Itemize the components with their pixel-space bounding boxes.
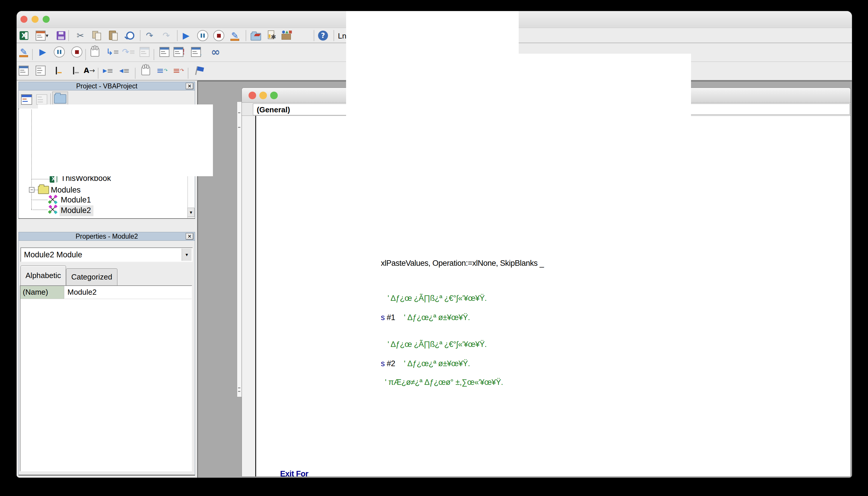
tree-item-modules[interactable]: Modules [51, 186, 80, 195]
code-margin-bar[interactable] [242, 116, 255, 477]
object-selector-dropdown[interactable]: Module2 Module ▼ [20, 247, 193, 262]
view-code-button[interactable] [20, 93, 33, 106]
cut-icon[interactable]: ✂ [74, 30, 86, 42]
toggle-breakpoint-icon[interactable] [140, 65, 152, 76]
project-panel-title: Project - VBAProject [76, 82, 137, 90]
design-mode-icon[interactable]: ✎ [229, 30, 241, 42]
project-panel-header[interactable]: Project - VBAProject [18, 82, 195, 91]
tree-item-module2-selected[interactable]: Module2 [60, 205, 93, 216]
quick-info-icon[interactable] [50, 65, 62, 76]
find-icon[interactable] [124, 30, 136, 42]
toolbar-separator [68, 30, 69, 41]
code-line-clipped: Exit For [280, 469, 309, 477]
copy-icon[interactable] [91, 30, 103, 42]
reset-icon[interactable] [71, 46, 83, 58]
project-panel-close-button[interactable]: ✕ [186, 83, 193, 89]
workbook-icon: X [50, 175, 58, 183]
toolbar-separator [245, 30, 246, 41]
uncomment-block-icon[interactable]: ≡↷ [173, 65, 184, 76]
locals-window-icon[interactable] [159, 46, 170, 58]
design-mode-icon[interactable]: ✎ [18, 46, 30, 58]
code-line: s #2' Δƒ¿œ¿ª ø±¥œ¥Ÿ. [381, 359, 470, 369]
run-macro-icon[interactable]: ▶ [180, 30, 192, 42]
code-comment-line: ' Δƒ¿œ ¿Ã∏ß¿ª ¿€°∫«'¥œ¥Ÿ. [388, 293, 487, 303]
code-line: s #1' Δƒ¿œ¿ª ø±¥œ¥Ÿ. [381, 312, 470, 322]
zoom-traffic-light[interactable] [43, 16, 50, 23]
complete-word-icon[interactable]: A→ [84, 65, 95, 76]
bookmark-flag-icon[interactable] [191, 65, 203, 76]
toggle-folders-button[interactable] [52, 92, 68, 106]
help-icon[interactable]: ? [317, 30, 329, 42]
code-comment-line: ' Δƒ¿œ ¿Ã∏ß¿ª ¿€°∫«'¥œ¥Ÿ. [388, 339, 487, 349]
tab-alphabetic[interactable]: Alphabetic [20, 265, 66, 285]
code-line: xlPasteValues, Operation:=xlNone, SkipBl… [381, 258, 544, 268]
redaction-overlay [38, 105, 213, 176]
list-constants-icon[interactable]: ▾ [35, 65, 46, 76]
view-excel-icon[interactable]: X [18, 30, 30, 42]
toolbox-icon[interactable]: ●▲■ [280, 30, 292, 42]
toolbar-separator [177, 30, 178, 41]
object-dropdown-general[interactable]: (General) [253, 104, 347, 115]
modules-folder-icon [38, 186, 48, 193]
toolbar-separator [85, 49, 86, 60]
tree-line [31, 200, 47, 200]
break-icon[interactable] [197, 30, 209, 42]
step-into-icon[interactable]: ↳≡ [107, 46, 118, 58]
step-out-icon[interactable] [139, 46, 150, 58]
indent-icon[interactable]: ▶≡ [102, 65, 114, 76]
run-icon[interactable]: ▶ [37, 46, 48, 58]
property-value-cell[interactable]: Module2 [64, 286, 192, 299]
code-zoom-traffic-light[interactable] [270, 92, 278, 99]
toolbar-separator [140, 30, 140, 41]
tree-collapse-button[interactable]: − [29, 187, 34, 192]
scrollbar-down-button[interactable]: ▼ [188, 208, 195, 217]
line-col-status: Ln [338, 31, 346, 41]
immediate-window-icon[interactable]: ! [174, 46, 185, 58]
properties-window-icon[interactable]: ✱ [266, 30, 278, 42]
properties-panel-close-button[interactable]: ✕ [186, 233, 193, 239]
toolbar-separator [98, 68, 99, 79]
undo-icon[interactable]: ↷ [144, 30, 155, 42]
parameter-info-icon[interactable] [68, 65, 79, 76]
properties-panel-title: Properties - Module2 [76, 233, 138, 241]
break-icon[interactable] [54, 46, 65, 58]
code-editor-area[interactable]: xlPasteValues, Operation:=xlNone, SkipBl… [256, 116, 851, 477]
background-window-edge [237, 102, 242, 397]
watch-window-icon[interactable]: ∞ [191, 46, 202, 58]
code-comment-line: ' πÆ¿ø≠¿ª Δƒ¿œø° ±,∑œ«'¥œ¥Ÿ. [385, 377, 503, 387]
reset-icon[interactable] [213, 30, 225, 42]
comment-block-icon[interactable]: ≡↷ [156, 65, 168, 76]
minimize-traffic-light[interactable] [32, 16, 39, 23]
paste-icon[interactable] [108, 30, 119, 42]
dropdown-arrow-button[interactable]: ▼ [182, 249, 192, 261]
properties-grid[interactable]: (Name) Module2 [20, 285, 192, 471]
tab-categorized[interactable]: Categorized [66, 268, 117, 285]
close-traffic-light[interactable] [20, 16, 28, 23]
toolbar-separator [135, 68, 135, 79]
project-explorer-icon[interactable] [250, 30, 262, 42]
redo-icon[interactable]: ↷ [160, 30, 172, 42]
save-icon[interactable] [55, 30, 67, 42]
step-over-icon[interactable]: ↷≡ [123, 46, 134, 58]
tree-item-module1[interactable]: Module1 [61, 196, 91, 204]
list-properties-icon[interactable] [18, 65, 30, 76]
view-object-button[interactable] [36, 93, 48, 106]
insert-userform-icon[interactable]: ▾ [34, 30, 50, 42]
tree-line [31, 210, 47, 210]
break-hand-icon[interactable] [89, 46, 101, 58]
toolbar-separator [314, 30, 314, 41]
desktop: X ▾ ✂ ↷ ↷ ▶ ✎ ✱ ●▲■ ? Ln ✎ [0, 0, 868, 496]
module-icon [48, 195, 58, 205]
toolbar-separator [154, 49, 154, 60]
quick-watch-glasses-icon[interactable]: ∞ [210, 46, 221, 58]
toolbar-separator [333, 30, 334, 41]
code-close-traffic-light[interactable] [249, 92, 256, 99]
toolbar-separator [32, 49, 33, 60]
property-name-cell[interactable]: (Name) [20, 286, 64, 299]
properties-panel-header[interactable]: Properties - Module2 [18, 232, 195, 241]
tree-line [31, 110, 32, 190]
module-icon [48, 205, 58, 215]
toolbar-separator [188, 68, 189, 79]
outdent-icon[interactable]: ◀≡ [119, 65, 130, 76]
code-minimize-traffic-light[interactable] [259, 92, 267, 99]
